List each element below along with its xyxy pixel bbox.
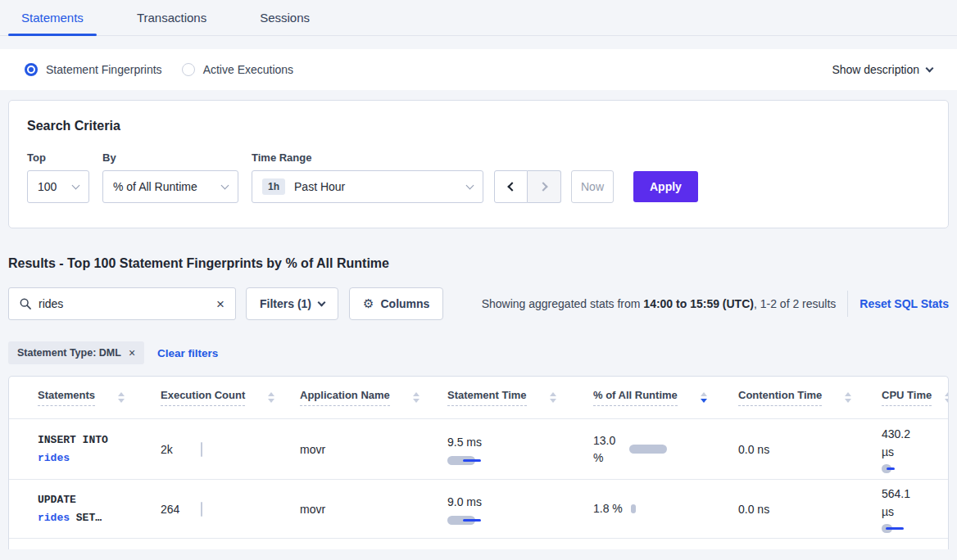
sort-icon[interactable] [268, 392, 274, 403]
top-label: Top [27, 151, 89, 164]
reset-sql-stats-link[interactable]: Reset SQL Stats [859, 297, 949, 310]
cpu-time-bar [882, 464, 918, 473]
time-range-value: Past Hour [294, 180, 460, 193]
tab-statements[interactable]: Statements [8, 11, 97, 35]
previous-time-window-button[interactable] [494, 170, 528, 203]
statements-table: Statements Execution Count Application N… [8, 376, 949, 549]
search-box[interactable]: × [8, 287, 236, 320]
pct-runtime-cell: 13.0 % [585, 432, 730, 467]
cpu-time-cell: 564.1 µs [873, 485, 918, 533]
sort-icon[interactable] [945, 392, 949, 403]
execution-count-bar [201, 442, 202, 457]
tab-sessions[interactable]: Sessions [247, 11, 323, 35]
chevron-left-icon [507, 182, 516, 191]
execution-count-cell: 2k [152, 442, 292, 457]
table-header-row: Statements Execution Count Application N… [9, 377, 948, 419]
view-mode-bar: Statement Fingerprints Active Executions… [0, 49, 957, 90]
chevron-right-icon [538, 182, 547, 191]
time-range-label: Time Range [252, 151, 483, 164]
execution-count-cell: 264 [152, 502, 292, 517]
time-window-arrows [494, 170, 561, 203]
by-field: By % of All Runtime [102, 151, 238, 203]
clear-filters-link[interactable]: Clear filters [157, 347, 218, 359]
results-title: Results - Top 100 Statement Fingerprints… [8, 256, 949, 271]
contention-time-cell: 0.0 ns [730, 503, 873, 516]
pct-runtime-cell: 1.8 % [585, 500, 730, 517]
time-range-field: Time Range 1h Past Hour [252, 151, 483, 203]
gear-icon: ⚙ [363, 296, 374, 311]
filter-chip-statement-type[interactable]: Statement Type: DML × [8, 341, 144, 364]
column-header-application-name[interactable]: Application Name [292, 389, 439, 406]
sort-icon[interactable] [845, 392, 851, 403]
apply-button[interactable]: Apply [633, 171, 698, 202]
search-criteria-title: Search Criteria [27, 119, 930, 133]
statement-time-bar [447, 516, 585, 525]
top-field: Top 100 [27, 151, 89, 203]
column-header-contention-time[interactable]: Contention Time [730, 389, 873, 406]
radio-label: Active Executions [203, 63, 294, 76]
filter-chip-label: Statement Type: DML [17, 347, 121, 359]
cpu-time-cell: 430.2 µs [873, 425, 918, 473]
statement-cell[interactable]: UPDATE rides SET… [9, 491, 109, 527]
chevron-down-icon [318, 299, 326, 307]
column-header-execution-count[interactable]: Execution Count [152, 389, 292, 406]
view-mode-radios: Statement Fingerprints Active Executions [25, 63, 313, 76]
column-header-pct-of-all-runtime[interactable]: % of All Runtime [585, 389, 730, 406]
radio-active-executions[interactable]: Active Executions [182, 63, 294, 76]
filters-label: Filters (1) [260, 297, 311, 310]
execution-count-bar [201, 502, 202, 517]
remove-filter-icon[interactable]: × [129, 346, 135, 359]
top-select[interactable]: 100 [27, 170, 89, 203]
sql-activity-tabs: Statements Transactions Sessions [0, 0, 957, 36]
statement-link[interactable]: rides [38, 452, 70, 464]
column-header-statements[interactable]: Statements [9, 389, 152, 406]
time-range-badge: 1h [262, 178, 285, 195]
chevron-down-icon [466, 181, 474, 189]
sort-icon-active-desc[interactable] [701, 392, 707, 403]
application-name-cell: movr [292, 443, 439, 456]
now-button[interactable]: Now [571, 170, 614, 203]
sort-icon[interactable] [550, 392, 556, 403]
divider [847, 291, 848, 317]
contention-time-cell: 0.0 ns [730, 443, 873, 456]
column-header-statement-time[interactable]: Statement Time [439, 389, 585, 406]
radio-selected-icon [25, 63, 38, 76]
clear-search-icon[interactable]: × [216, 297, 225, 311]
radio-label: Statement Fingerprints [46, 63, 162, 76]
results-toolbar: × Filters (1) ⚙ Columns Showing aggregat… [8, 287, 949, 320]
sort-icon[interactable] [118, 392, 125, 403]
pct-runtime-bar [631, 504, 636, 513]
chevron-down-icon [221, 181, 229, 189]
table-row: INSERT INTO rides 2k movr 9.5 ms 13.0 % … [9, 419, 948, 480]
statement-time-cell: 9.5 ms [439, 434, 585, 465]
search-input[interactable] [39, 297, 216, 310]
sort-icon[interactable] [413, 392, 420, 403]
next-time-window-button[interactable] [528, 170, 561, 203]
columns-button[interactable]: ⚙ Columns [349, 287, 443, 320]
tab-transactions[interactable]: Transactions [124, 11, 220, 35]
statement-cell[interactable]: INSERT INTO rides [9, 431, 109, 467]
by-value: % of All Runtime [113, 180, 215, 193]
filters-button[interactable]: Filters (1) [246, 287, 338, 320]
application-name-cell: movr [292, 503, 439, 516]
statement-link[interactable]: rides [38, 512, 70, 524]
show-description-toggle[interactable]: Show description [832, 63, 932, 76]
filter-chip-row: Statement Type: DML × Clear filters [8, 341, 949, 364]
cpu-time-bar [882, 524, 918, 533]
statement-time-cell: 9.0 ms [439, 494, 585, 525]
by-label: By [102, 151, 238, 164]
time-range-select[interactable]: 1h Past Hour [252, 170, 483, 203]
by-select[interactable]: % of All Runtime [102, 170, 238, 203]
columns-label: Columns [380, 297, 429, 310]
top-value: 100 [38, 180, 66, 193]
stats-time-range: 14:00 to 15:59 (UTC) [643, 297, 754, 310]
pct-runtime-bar [629, 445, 667, 454]
statement-time-bar [447, 456, 585, 465]
column-header-cpu-time[interactable]: CPU Time [873, 389, 949, 406]
show-description-label: Show description [832, 63, 919, 76]
showing-stats-text: Showing aggregated stats from 14:00 to 1… [482, 297, 837, 310]
radio-statement-fingerprints[interactable]: Statement Fingerprints [25, 63, 162, 76]
table-row: UPDATE rides SET… 264 movr 9.0 ms 1.8 % … [9, 480, 948, 539]
radio-unselected-icon [182, 63, 195, 76]
search-criteria-panel: Search Criteria Top 100 By % of All Runt… [8, 100, 949, 228]
